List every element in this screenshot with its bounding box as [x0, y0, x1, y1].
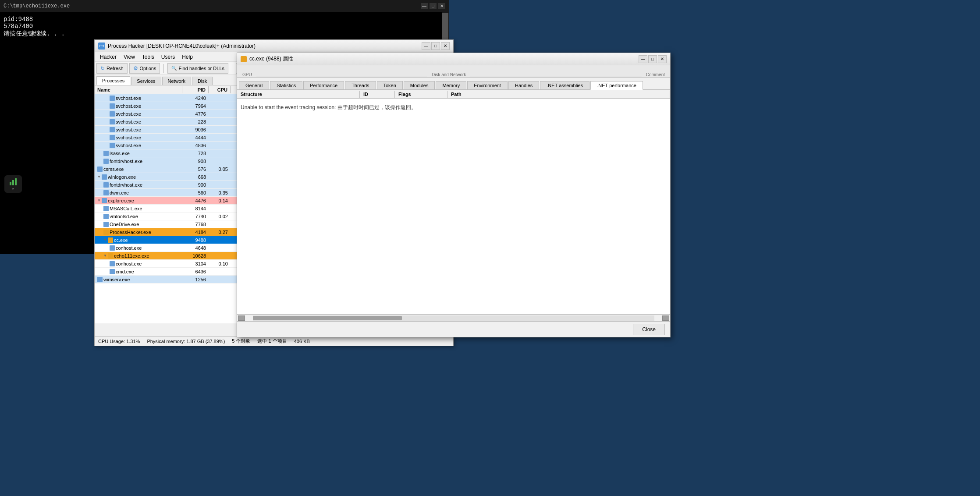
header-pid[interactable]: PID [182, 86, 209, 93]
scrollbar-track[interactable] [253, 315, 654, 321]
cell-pid: 4476 [182, 198, 209, 204]
svg-rect-1 [12, 180, 14, 185]
process-icon [103, 159, 109, 164]
tab-performance[interactable]: Performance [303, 81, 344, 89]
status-size: 406 KB [294, 339, 310, 344]
process-icon [108, 253, 113, 259]
toolbar-separator-2 [232, 64, 232, 73]
ph-titlebar: PH Process Hacker [DESKTOP-RCNE4L0\colea… [95, 40, 453, 52]
process-name: wimserv.exe [103, 277, 130, 282]
status-memory: Physical memory: 1.87 GB (37.89%) [147, 339, 225, 344]
cell-cpu [209, 153, 231, 154]
tab-memory[interactable]: Memory [436, 81, 466, 89]
cell-cpu: 0.14 [209, 198, 231, 204]
header-id[interactable]: ID [360, 91, 395, 98]
cell-pid: 9036 [182, 127, 209, 133]
cell-cpu: 0.02 [209, 213, 231, 220]
header-path[interactable]: Path [447, 91, 670, 98]
ph-menu-view[interactable]: View [120, 53, 138, 61]
tab-group-gpu-label: GPU [239, 72, 256, 77]
cell-cpu [209, 177, 231, 177]
terminal-titlebar: C:\tmp\echo111exe.exe — □ ✕ [0, 0, 449, 12]
process-icon [110, 127, 115, 132]
ph-menu-users[interactable]: Users [158, 53, 178, 61]
tab-disk[interactable]: Disk [192, 77, 213, 85]
ph-window-controls: — □ ✕ [422, 42, 450, 50]
cell-name: conhost.exe [95, 261, 182, 267]
tab-network[interactable]: Network [162, 77, 191, 85]
process-icon [103, 182, 109, 188]
process-icon [110, 96, 115, 101]
left-icon-chart[interactable]: 2 [4, 175, 22, 193]
process-icon [110, 269, 115, 274]
cell-name: svchost.exe [95, 119, 182, 125]
ph-menu-tools[interactable]: Tools [138, 53, 158, 61]
terminal-close-button[interactable]: ✕ [438, 3, 445, 9]
scroll-left-button[interactable] [238, 315, 245, 321]
props-tabs-group-row: GPU Disk and Network Comment [237, 65, 670, 78]
props-content: Structure ID Flags Path Unable to start … [237, 90, 670, 321]
tab-token[interactable]: Token [377, 81, 403, 89]
tab-net-assemblies[interactable]: .NET assemblies [540, 81, 589, 89]
tab-group-comment-label: Comment [643, 72, 668, 77]
toolbar-separator [163, 64, 164, 73]
process-name: cc.exe [114, 237, 128, 243]
find-handles-button[interactable]: 🔍 Find handles or DLLs [167, 63, 228, 74]
ph-maximize-button[interactable]: □ [431, 42, 440, 50]
status-count: 5 个对象 [232, 338, 250, 344]
process-icon [103, 206, 109, 211]
terminal-minimize-button[interactable]: — [421, 3, 428, 9]
close-button[interactable]: Close [633, 324, 665, 335]
header-structure[interactable]: Structure [237, 91, 360, 98]
props-window-controls: — □ ✕ [639, 55, 667, 63]
cell-name: svchost.exe [95, 103, 182, 109]
ph-menu-help[interactable]: Help [178, 53, 196, 61]
tab-handles[interactable]: Handles [508, 81, 539, 89]
cell-pid: 8144 [182, 205, 209, 212]
cell-cpu [209, 248, 231, 248]
horizontal-scrollbar[interactable] [237, 314, 670, 321]
cell-name: lsass.exe [95, 150, 182, 156]
options-label: Options [140, 66, 156, 71]
process-name: svchost.exe [116, 143, 141, 148]
props-maximize-button[interactable]: □ [648, 55, 657, 63]
process-icon [110, 143, 115, 148]
refresh-button[interactable]: ↻ Refresh [96, 63, 128, 74]
terminal-maximize-button[interactable]: □ [430, 3, 437, 9]
chart-icon [9, 177, 18, 186]
scroll-right-button[interactable] [662, 315, 669, 321]
cell-cpu [209, 279, 231, 280]
cell-pid: 4776 [182, 111, 209, 117]
ph-minimize-button[interactable]: — [422, 42, 430, 50]
process-name: ProcessHacker.exe [110, 230, 151, 235]
options-button[interactable]: ⚙ Options [129, 63, 160, 74]
process-name: MSASCuiL.exe [110, 206, 142, 211]
tab-environment[interactable]: Environment [467, 81, 508, 89]
ph-menu-hacker[interactable]: Hacker [96, 53, 120, 61]
tab-threads[interactable]: Threads [345, 81, 376, 89]
header-cpu[interactable]: CPU [209, 86, 231, 93]
tab-processes[interactable]: Processes [96, 76, 130, 85]
cell-pid: 4648 [182, 245, 209, 251]
tab-modules[interactable]: Modules [404, 81, 435, 89]
process-name: conhost.exe [116, 245, 142, 251]
tab-net-performance[interactable]: .NET performance [590, 81, 643, 90]
header-flags[interactable]: Flags [395, 91, 447, 98]
cell-pid: 3104 [182, 261, 209, 267]
refresh-label: Refresh [107, 66, 124, 71]
props-close-button[interactable]: ✕ [658, 55, 667, 63]
tab-general[interactable]: General [239, 81, 269, 89]
cell-name: ▼ explorer.exe [95, 198, 182, 204]
cell-name: svchost.exe [95, 111, 182, 117]
cell-name: wimserv.exe [95, 276, 182, 283]
process-name: OneDrive.exe [110, 222, 139, 227]
process-icon [97, 277, 103, 282]
props-minimize-button[interactable]: — [639, 55, 647, 63]
cell-cpu: 0.05 [209, 166, 231, 172]
header-name[interactable]: Name [95, 86, 182, 93]
ph-close-button[interactable]: ✕ [441, 42, 450, 50]
tab-services[interactable]: Services [131, 77, 161, 85]
cell-cpu: 0.27 [209, 229, 231, 235]
tab-statistics[interactable]: Statistics [270, 81, 302, 89]
cell-pid: 900 [182, 182, 209, 188]
